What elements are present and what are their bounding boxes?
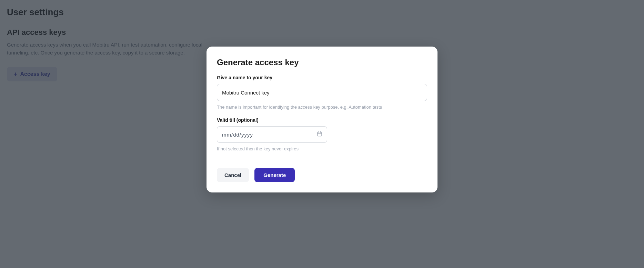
cancel-button[interactable]: Cancel [217, 168, 249, 182]
valid-till-form-group: Valid till (optional) If not selected th… [217, 117, 427, 151]
valid-till-label: Valid till (optional) [217, 117, 427, 123]
valid-till-input[interactable] [217, 126, 327, 143]
key-name-input[interactable] [217, 84, 427, 101]
name-form-group: Give a name to your key The name is impo… [217, 75, 427, 110]
generate-button[interactable]: Generate [254, 168, 295, 182]
generate-access-key-dialog: Generate access key Give a name to your … [207, 47, 437, 192]
name-field-helper: The name is important for identifying th… [217, 105, 427, 110]
date-input-wrapper [217, 126, 327, 143]
dialog-title: Generate access key [217, 58, 427, 67]
dialog-actions: Cancel Generate [217, 168, 427, 182]
modal-overlay[interactable]: Generate access key Give a name to your … [0, 0, 644, 268]
valid-till-helper: If not selected then the key never expir… [217, 146, 427, 151]
name-field-label: Give a name to your key [217, 75, 427, 80]
